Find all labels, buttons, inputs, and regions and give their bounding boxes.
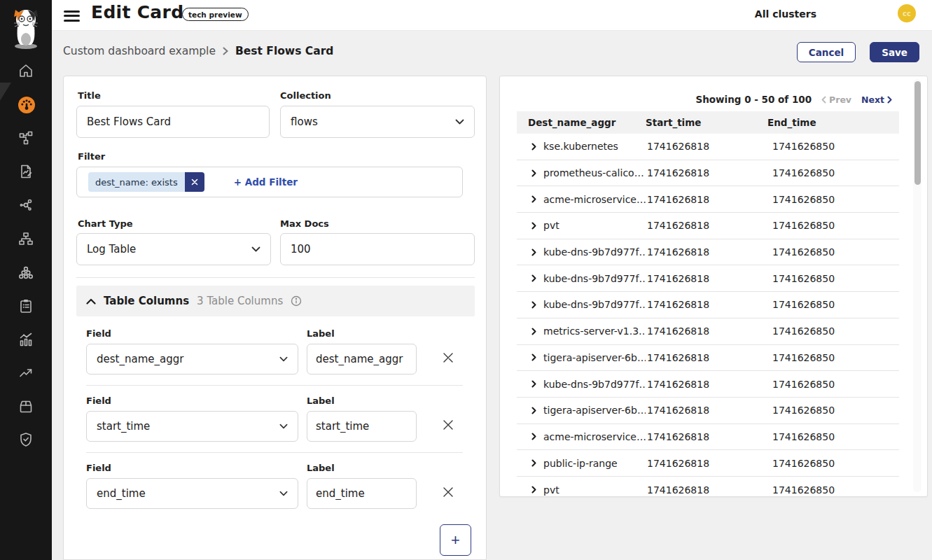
column-label-input[interactable] xyxy=(307,344,417,374)
label-label: Label xyxy=(307,463,335,473)
table-row[interactable]: kse.kubernetes 1741626818 1741626850 xyxy=(517,134,899,160)
title-input-field[interactable] xyxy=(87,115,259,128)
row-start-time: 1741626818 xyxy=(646,458,767,469)
row-dest-name: metrics-server-v1.3… xyxy=(543,326,646,337)
breadcrumb-parent-link[interactable]: Custom dashboard example xyxy=(63,45,216,57)
expand-row-chevron-icon[interactable] xyxy=(531,195,536,203)
table-row[interactable]: tigera-apiserver-6b… 1741626818 17416268… xyxy=(517,345,899,372)
top-bar: Edit Card tech preview All clusters cc xyxy=(52,0,932,31)
expand-row-chevron-icon[interactable] xyxy=(531,301,536,309)
column-field-select[interactable]: dest_name_aggr xyxy=(86,344,298,374)
chart-type-value: Log Table xyxy=(87,243,136,255)
table-row[interactable]: acme-microservice… 1741626818 1741626850 xyxy=(517,424,899,451)
expand-row-chevron-icon[interactable] xyxy=(531,169,536,177)
expand-row-chevron-icon[interactable] xyxy=(531,143,536,150)
table-columns-section-header[interactable]: Table Columns 3 Table Columns xyxy=(76,286,475,316)
expand-row-chevron-icon[interactable] xyxy=(531,407,536,414)
row-start-time: 1741626818 xyxy=(646,194,767,205)
column-field-value: end_time xyxy=(97,487,146,500)
row-dest-name: kube-dns-9b7d977f… xyxy=(543,273,646,284)
column-label-input-field[interactable] xyxy=(316,487,408,500)
row-start-time: 1741626818 xyxy=(646,220,767,231)
sidebar-item-trends[interactable] xyxy=(18,365,34,382)
cluster-selector[interactable]: All clusters xyxy=(755,8,816,20)
column-label-input-field[interactable] xyxy=(316,353,408,365)
expand-row-chevron-icon[interactable] xyxy=(531,486,536,493)
table-row[interactable]: kube-dns-9b7d977f… 1741626818 1741626850 xyxy=(517,265,899,292)
remove-column-button[interactable] xyxy=(442,419,457,434)
row-end-time: 1741626850 xyxy=(767,246,899,258)
row-dest-name: tigera-apiserver-6b… xyxy=(543,405,646,416)
sidebar-item-compliance[interactable] xyxy=(18,298,34,314)
sidebar-item-flows[interactable] xyxy=(18,130,34,146)
add-column-button[interactable]: + xyxy=(440,524,471,556)
close-icon xyxy=(442,486,454,498)
preview-scrollbar-thumb[interactable] xyxy=(914,81,921,185)
row-start-time: 1741626818 xyxy=(646,141,767,152)
remove-column-button[interactable] xyxy=(442,351,457,367)
add-filter-link[interactable]: + Add Filter xyxy=(234,176,298,188)
expand-row-chevron-icon[interactable] xyxy=(531,380,536,388)
column-label-input[interactable] xyxy=(307,478,417,509)
table-row[interactable]: pvt 1741626818 1741626850 xyxy=(517,213,899,239)
expand-row-chevron-icon[interactable] xyxy=(531,274,536,282)
save-button[interactable]: Save xyxy=(870,42,919,62)
table-row[interactable]: prometheus-calico… 1741626818 1741626850 xyxy=(517,160,899,187)
sidebar-item-dashboards[interactable] xyxy=(18,96,34,113)
row-end-time: 1741626850 xyxy=(767,405,899,416)
filter-box[interactable]: dest_name: exists + Add Filter xyxy=(76,167,463,197)
title-input[interactable] xyxy=(76,106,270,138)
column-label-input[interactable] xyxy=(307,411,417,442)
table-row[interactable]: acme-microservice… 1741626818 1741626850 xyxy=(517,186,899,213)
column-label-input-field[interactable] xyxy=(316,420,408,433)
remove-column-button[interactable] xyxy=(442,486,457,501)
expand-row-chevron-icon[interactable] xyxy=(531,459,536,467)
preview-scrollbar-track[interactable] xyxy=(913,79,921,492)
column-field-select[interactable]: end_time xyxy=(86,478,298,509)
cancel-button[interactable]: Cancel xyxy=(797,42,856,62)
sidebar-item-policies[interactable] xyxy=(18,163,34,180)
expand-row-chevron-icon[interactable] xyxy=(531,433,536,440)
sidebar-item-analytics[interactable] xyxy=(18,331,34,348)
label-label: Label xyxy=(307,328,335,339)
next-page-button[interactable]: Next xyxy=(861,94,892,105)
expand-row-chevron-icon[interactable] xyxy=(531,354,536,361)
form-divider xyxy=(76,277,475,278)
table-row[interactable]: metrics-server-v1.3… 1741626818 17416268… xyxy=(517,318,899,345)
expand-row-chevron-icon[interactable] xyxy=(531,248,536,256)
remove-filter-button[interactable] xyxy=(185,172,204,192)
table-row[interactable]: tigera-apiserver-6b… 1741626818 17416268… xyxy=(517,398,899,424)
prev-page-button[interactable]: Prev xyxy=(821,94,851,105)
page-title: Edit Card xyxy=(91,2,183,22)
policy-editor-icon xyxy=(18,163,34,180)
table-row[interactable]: kube-dns-9b7d977f… 1741626818 1741626850 xyxy=(517,292,899,318)
table-row[interactable]: kube-dns-9b7d977f… 1741626818 1741626850 xyxy=(517,239,899,266)
table-row[interactable]: pvt 1741626818 1741626850 xyxy=(517,477,899,503)
avatar[interactable]: cc xyxy=(898,4,916,22)
collection-select[interactable]: flows xyxy=(280,106,475,138)
sidebar-item-hierarchy[interactable] xyxy=(18,230,34,247)
row-start-time: 1741626818 xyxy=(646,484,767,496)
row-end-time: 1741626850 xyxy=(767,194,899,205)
row-dest-name: pvt xyxy=(543,484,559,496)
max-docs-input[interactable] xyxy=(280,233,475,265)
max-docs-input-field[interactable] xyxy=(291,243,464,255)
row-end-time: 1741626850 xyxy=(767,379,899,390)
clusters-icon xyxy=(18,264,34,281)
sidebar-item-home[interactable] xyxy=(18,62,34,79)
sidebar-item-service-graph[interactable] xyxy=(18,197,34,214)
expand-row-chevron-icon[interactable] xyxy=(531,328,536,335)
edit-card-form-panel: Title Collection flows Filter dest_name:… xyxy=(63,76,487,560)
column-field-select[interactable]: start_time xyxy=(86,411,298,442)
row-start-time: 1741626818 xyxy=(646,405,767,416)
table-row[interactable]: kube-dns-9b7d977f… 1741626818 1741626850 xyxy=(517,371,899,398)
hamburger-menu-icon[interactable] xyxy=(64,8,80,23)
chart-type-select[interactable]: Log Table xyxy=(76,233,271,265)
sidebar-item-clusters[interactable] xyxy=(18,264,34,281)
row-dest-name: acme-microservice… xyxy=(543,431,646,442)
sidebar-item-packages[interactable] xyxy=(18,398,34,415)
expand-row-chevron-icon[interactable] xyxy=(531,222,536,230)
sidebar-item-security[interactable] xyxy=(18,431,34,448)
table-row[interactable]: public-ip-range 1741626818 1741626850 xyxy=(517,450,899,477)
row-dest-name: kube-dns-9b7d977f… xyxy=(543,246,646,258)
